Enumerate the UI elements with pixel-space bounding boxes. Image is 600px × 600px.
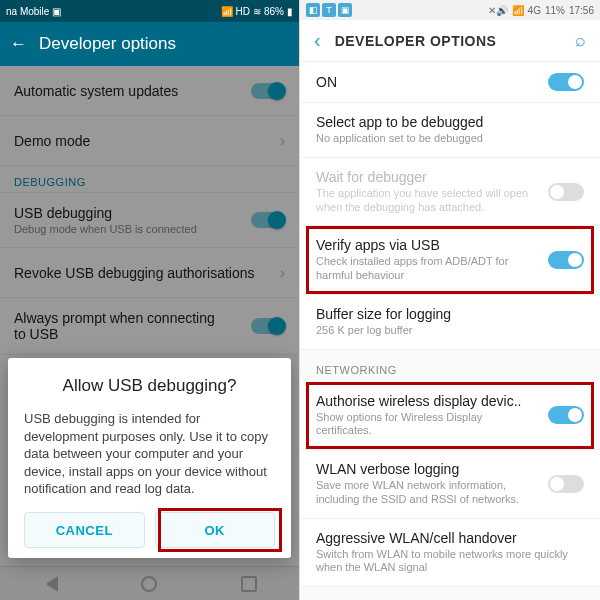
row-verify-apps[interactable]: Verify apps via USB Check installed apps… <box>300 226 600 295</box>
row-wlan-verbose[interactable]: WLAN verbose logging Save more WLAN netw… <box>300 450 600 519</box>
app-header: ‹ DEVELOPER OPTIONS ⌕ <box>300 20 600 62</box>
toggle-wlan-verbose[interactable] <box>548 475 584 493</box>
row-select-app[interactable]: Select app to be debugged No application… <box>300 103 600 158</box>
highlight-verify-apps <box>306 226 594 294</box>
dialog-title: Allow USB debugging? <box>24 376 275 396</box>
clock: 17:56 <box>569 5 594 16</box>
dialog-body: USB debugging is intended for developmen… <box>24 410 275 498</box>
carrier-label: na Mobile <box>6 6 49 17</box>
wifi-icon: ≋ <box>253 6 261 17</box>
page-title: DEVELOPER OPTIONS <box>335 33 561 49</box>
back-icon[interactable]: ‹ <box>314 29 321 52</box>
row-title: Wait for debugger <box>316 169 538 185</box>
row-subtitle: No application set to be debugged <box>316 132 584 146</box>
search-icon[interactable]: ⌕ <box>575 30 586 51</box>
row-title: Aggressive WLAN/cell handover <box>316 530 584 546</box>
battery-pct: 11% <box>545 5 565 16</box>
section-networking: NETWORKING <box>300 350 600 382</box>
status-bar: ◧ T ▣ ✕🔊 📶 4G 11% 17:56 <box>300 0 600 20</box>
row-subtitle: The application you have selected will o… <box>316 187 538 215</box>
highlight-authorise-wireless <box>306 382 594 450</box>
network-label: 4G <box>528 5 541 16</box>
status-bar: na Mobile ▣ 📶 HD ≋ 86% ▮ <box>0 0 299 22</box>
status-icon: T <box>322 3 336 17</box>
row-authorise-wireless[interactable]: Authorise wireless display devic.. Show … <box>300 382 600 451</box>
row-subtitle: Switch from WLAN to mobile networks more… <box>316 548 584 576</box>
app-header: ← Developer options <box>0 22 299 66</box>
row-wait-debugger: Wait for debugger The application you ha… <box>300 158 600 227</box>
highlight-ok-button <box>158 508 282 552</box>
row-title: WLAN verbose logging <box>316 461 538 477</box>
row-title: Select app to be debugged <box>316 114 584 130</box>
battery-pct: 86% <box>264 6 284 17</box>
row-aggressive-handover[interactable]: Aggressive WLAN/cell handover Switch fro… <box>300 519 600 588</box>
status-icon: ◧ <box>306 3 320 17</box>
row-title: ON <box>316 74 538 90</box>
cancel-button[interactable]: CANCEL <box>24 512 145 548</box>
signal-icon: 📶 <box>221 6 233 17</box>
row-title: Buffer size for logging <box>316 306 584 322</box>
hd-icon: HD <box>236 6 250 17</box>
back-icon[interactable]: ← <box>10 34 27 54</box>
right-screenshot: ◧ T ▣ ✕🔊 📶 4G 11% 17:56 ‹ DEVELOPER OPTI… <box>300 0 600 600</box>
row-buffer-size[interactable]: Buffer size for logging 256 K per log bu… <box>300 295 600 350</box>
battery-icon: ▮ <box>287 6 293 17</box>
toggle-on[interactable] <box>548 73 584 91</box>
settings-list: ON Select app to be debugged No applicat… <box>300 62 600 600</box>
toggle-wait-debugger <box>548 183 584 201</box>
status-icon: ▣ <box>338 3 352 17</box>
mute-icon: ✕🔊 <box>488 5 508 16</box>
row-subtitle: Save more WLAN network information, incl… <box>316 479 538 507</box>
row-subtitle: 256 K per log buffer <box>316 324 584 338</box>
page-title: Developer options <box>39 34 176 54</box>
signal-icon: 📶 <box>512 5 524 16</box>
row-on[interactable]: ON <box>300 62 600 103</box>
left-screenshot: na Mobile ▣ 📶 HD ≋ 86% ▮ ← Developer opt… <box>0 0 300 600</box>
carrier-icon: ▣ <box>52 6 61 17</box>
